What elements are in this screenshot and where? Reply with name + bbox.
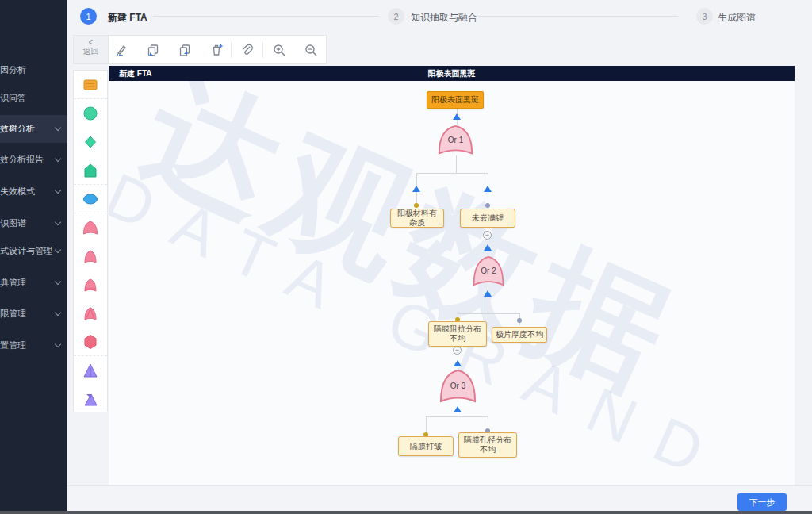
wand-icon[interactable] <box>112 40 131 59</box>
paste-icon[interactable] <box>175 40 194 59</box>
palette-shape-diamond[interactable] <box>74 128 107 156</box>
node-or-gate-2[interactable]: Or 2 <box>472 255 505 287</box>
chevron-down-icon <box>55 187 61 194</box>
palette-shape-gate-arch-2[interactable] <box>74 242 107 270</box>
back-button[interactable]: < 返回 <box>74 36 109 63</box>
node-event[interactable]: 阳极材料有杂质 <box>390 209 444 228</box>
palette-shape-gate-arch-3[interactable] <box>74 270 107 299</box>
connector-line <box>456 155 457 173</box>
sidebar-item-cause-analysis[interactable]: 因分析 <box>0 56 67 84</box>
chevron-down-icon <box>55 219 61 225</box>
palette-shape-event-rect[interactable] <box>74 71 107 99</box>
delete-icon[interactable] <box>207 40 226 59</box>
palette-shape-ellipse[interactable] <box>74 185 107 213</box>
copy-icon[interactable] <box>144 40 163 59</box>
step-connector <box>153 16 379 17</box>
node-event[interactable]: 隔膜阻抗分布不均 <box>428 321 487 347</box>
step-1-label[interactable]: 新建 FTA <box>108 11 147 25</box>
sidebar-item-permission-management[interactable]: 限管理 <box>0 300 67 328</box>
diagram-tabbar: 新建 FTA 阳极表面黑斑 <box>109 66 795 81</box>
arrow-up-icon <box>484 186 492 192</box>
wizard-footer: 下一步 <box>67 485 812 511</box>
diagram-title: 阳极表面黑斑 <box>109 66 795 81</box>
sidebar: 因分析 识问答 效树分析 效分析报告 失效模式 识图谱 式设计与管理 典管理 限… <box>0 0 67 511</box>
wizard-stepper: 1 新建 FTA 2 知识抽取与融合 3 生成图谱 <box>67 0 812 32</box>
step-connector <box>477 16 678 17</box>
port-dot <box>414 203 419 208</box>
palette-shape-triangle-flag[interactable] <box>74 385 107 413</box>
arrow-up-icon <box>484 244 492 251</box>
next-step-button[interactable]: 下一步 <box>737 493 787 511</box>
connector-line <box>426 416 488 417</box>
palette-shape-gate-arch-1[interactable] <box>74 213 107 242</box>
window-bottom-edge <box>0 511 812 514</box>
palette-shape-triangle[interactable] <box>74 356 107 385</box>
sidebar-item-dict-management[interactable]: 典管理 <box>0 269 67 297</box>
collapse-toggle[interactable]: − <box>453 346 462 355</box>
node-event[interactable]: 隔膜孔径分布不均 <box>458 432 517 458</box>
connector-line <box>416 173 488 174</box>
port-dot <box>517 318 522 323</box>
arrow-up-icon <box>454 360 462 366</box>
zoom-in-icon[interactable] <box>270 40 289 59</box>
arrow-up-icon <box>453 113 461 120</box>
node-event[interactable]: 极片厚度不均 <box>492 327 547 343</box>
toolbar-separator <box>231 42 232 58</box>
connector-line <box>458 313 519 314</box>
sidebar-item-analysis-report[interactable]: 效分析报告 <box>0 146 67 174</box>
arrow-up-icon <box>412 186 420 192</box>
canvas-toolbar: < 返回 <box>73 35 327 64</box>
palette-shape-circle[interactable] <box>74 99 107 128</box>
node-top-event[interactable]: 阳极表面黑斑 <box>427 91 484 109</box>
chevron-down-icon <box>55 278 61 285</box>
palette-shape-house[interactable] <box>74 156 107 185</box>
collapse-toggle[interactable]: − <box>483 231 492 240</box>
node-or-gate-1[interactable]: Or 1 <box>437 125 474 155</box>
step-2-label[interactable]: 知识抽取与融合 <box>411 11 477 25</box>
sidebar-item-schema-design[interactable]: 式设计与管理 <box>0 237 67 265</box>
arrow-up-icon <box>484 290 492 297</box>
node-event[interactable]: 隔膜打皱 <box>398 436 454 456</box>
sidebar-item-fault-tree-analysis[interactable]: 效树分析 <box>0 115 67 143</box>
palette-shape-gate-arch-4[interactable] <box>74 299 107 328</box>
diagram-canvas[interactable]: 达观数据 DATA GRAND − <box>109 81 795 485</box>
palette-shape-hexagon[interactable] <box>74 328 107 356</box>
toolbar-separator <box>262 42 263 58</box>
sidebar-item-failure-mode[interactable]: 失效模式 <box>0 178 67 205</box>
fta-builder-app: 因分析 识问答 效树分析 效分析报告 失效模式 识图谱 式设计与管理 典管理 限… <box>0 0 812 514</box>
step-3-circle: 3 <box>696 8 713 25</box>
chevron-down-icon <box>55 247 61 253</box>
step-1-circle: 1 <box>80 8 97 25</box>
step-3-label[interactable]: 生成图谱 <box>718 11 756 25</box>
paperclip-icon[interactable] <box>237 40 256 59</box>
arrow-up-icon <box>454 406 462 412</box>
node-event[interactable]: 未嵌满锂 <box>460 209 515 228</box>
sidebar-item-config-management[interactable]: 置管理 <box>0 332 67 359</box>
sidebar-item-knowledge-qa[interactable]: 识问答 <box>0 84 67 112</box>
chevron-down-icon <box>55 341 61 347</box>
chevron-down-icon <box>55 155 61 162</box>
sidebar-item-knowledge-graph[interactable]: 识图谱 <box>0 209 67 237</box>
node-or-gate-3[interactable]: Or 3 <box>439 369 477 404</box>
step-2-circle: 2 <box>388 8 404 25</box>
port-dot <box>485 203 490 208</box>
shape-palette <box>73 70 108 412</box>
chevron-down-icon <box>55 309 61 316</box>
chevron-down-icon <box>55 125 61 131</box>
zoom-out-icon[interactable] <box>301 40 320 59</box>
